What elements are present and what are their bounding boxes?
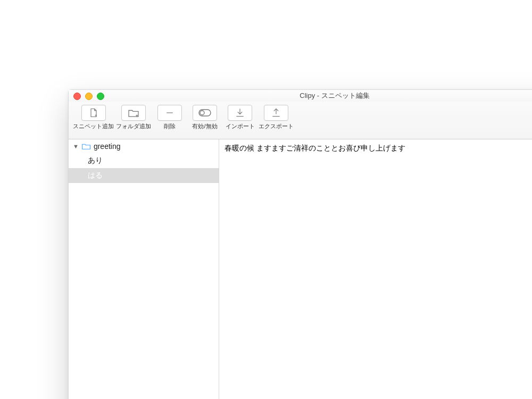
toggle-label: 有効/無効	[192, 122, 217, 130]
delete-label: 削除	[164, 122, 176, 130]
zoom-icon[interactable]	[97, 93, 104, 100]
minimize-icon[interactable]	[85, 93, 93, 100]
import-button[interactable]: インポート	[223, 105, 256, 130]
window-title: Clipy - スニペット編集	[300, 91, 369, 101]
close-icon[interactable]	[73, 93, 81, 100]
app-window: Clipy - スニペット編集 スニペット追加 フォルダ追加 削除 有効/無効	[68, 89, 532, 399]
toggle-button[interactable]: 有効/無効	[188, 105, 221, 130]
toggle-icon	[193, 105, 217, 121]
folder-name: greeting	[94, 142, 121, 151]
add-snippet-button[interactable]: スニペット追加	[73, 105, 114, 130]
svg-rect-0	[199, 110, 211, 116]
import-label: インポート	[226, 122, 255, 130]
folder-row[interactable]: ▼ greeting	[69, 139, 219, 153]
snippet-item[interactable]: はる	[69, 168, 219, 183]
minus-icon	[157, 105, 182, 121]
import-icon	[228, 105, 252, 121]
export-label: エクスポート	[259, 122, 294, 130]
window-body: ▼ greeting あり はる 春暖の候 ますますご清祥のこととお喜び申し上げ…	[69, 139, 532, 399]
file-plus-icon	[81, 105, 106, 121]
snippet-label: はる	[88, 171, 103, 180]
export-button[interactable]: エクスポート	[259, 105, 294, 130]
titlebar: Clipy - スニペット編集	[69, 90, 532, 102]
folder-icon	[81, 143, 91, 150]
svg-point-1	[200, 111, 204, 115]
toolbar: スニペット追加 フォルダ追加 削除 有効/無効 インポート	[69, 102, 532, 139]
export-icon	[264, 105, 288, 121]
editor-pane[interactable]: 春暖の候 ますますご清祥のこととお喜び申し上げます	[219, 139, 532, 399]
delete-button[interactable]: 削除	[153, 105, 186, 130]
add-folder-label: フォルダ追加	[116, 122, 151, 130]
add-snippet-label: スニペット追加	[73, 122, 114, 130]
snippet-item[interactable]: あり	[69, 153, 219, 168]
sidebar: ▼ greeting あり はる	[69, 139, 219, 399]
folder-plus-icon	[121, 105, 146, 121]
disclosure-triangle-icon[interactable]: ▼	[73, 143, 79, 149]
add-folder-button[interactable]: フォルダ追加	[116, 105, 151, 130]
editor-text: 春暖の候 ますますご清祥のこととお喜び申し上げます	[225, 144, 405, 152]
snippet-label: あり	[88, 156, 103, 165]
traffic-lights	[73, 93, 104, 100]
